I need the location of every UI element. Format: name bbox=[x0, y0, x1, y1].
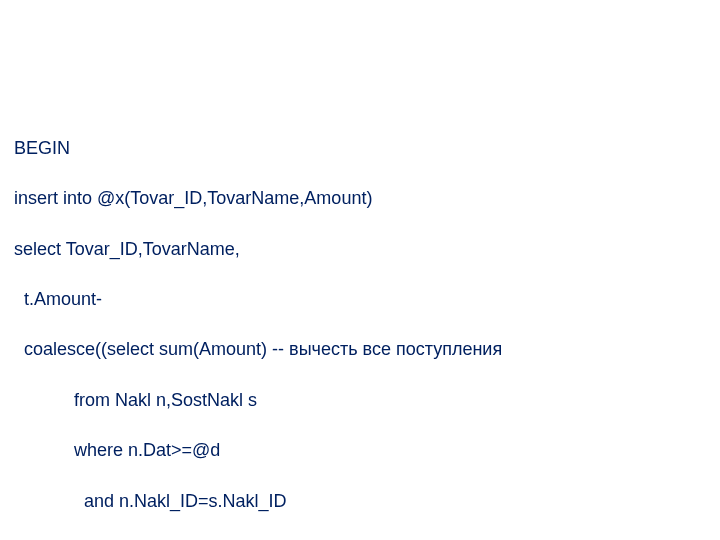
code-line: BEGIN bbox=[14, 136, 706, 161]
code-line: coalesce((select sum(Amount) -- вычесть … bbox=[14, 337, 706, 362]
code-line: and n.Nakl_ID=s.Nakl_ID bbox=[14, 489, 706, 514]
code-line: t.Amount- bbox=[14, 287, 706, 312]
code-line: select Tovar_ID,TovarName, bbox=[14, 237, 706, 262]
code-line: insert into @x(Tovar_ID,TovarName,Amount… bbox=[14, 186, 706, 211]
sql-code-block: BEGIN insert into @x(Tovar_ID,TovarName,… bbox=[14, 111, 706, 540]
code-line: where n.Dat>=@d bbox=[14, 438, 706, 463]
code-line: from Nakl n,SostNakl s bbox=[14, 388, 706, 413]
